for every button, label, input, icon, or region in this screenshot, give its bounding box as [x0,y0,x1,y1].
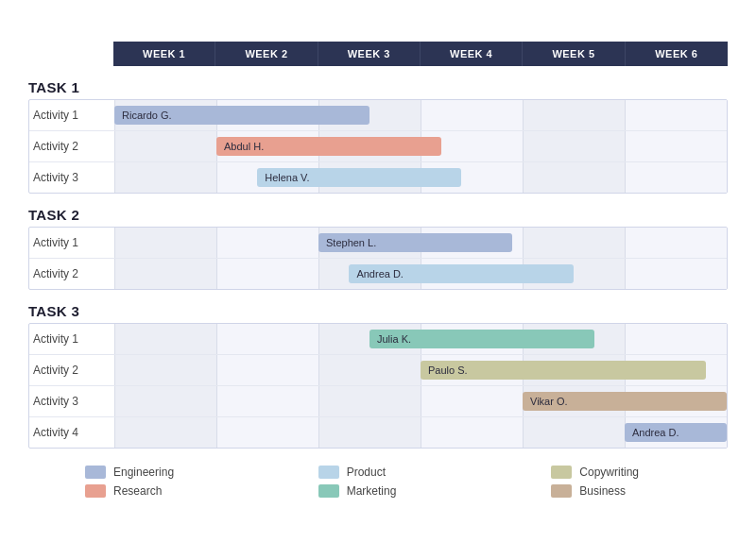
week-bg-cell [421,259,523,289]
week-bg-cell [216,355,318,385]
week-header-2: WEEK 2 [215,42,318,66]
activity-row: Activity 3Vikar O. [29,386,727,417]
legend-item: Product [318,466,495,479]
legend-col-2: ProductMarketing [262,466,495,498]
activity-row: Activity 2Andrea D. [29,259,727,289]
activity-name: Activity 1 [29,105,114,126]
legend-swatch [551,484,572,498]
legend-area: EngineeringResearchProductMarketingCopyw… [28,466,728,498]
week-bg-cell [216,324,318,354]
activity-row: Activity 3Helena V. [29,162,727,193]
week-bg-cell [114,355,216,385]
page-header [28,19,728,25]
week-bg-cell [114,100,216,130]
week-bg-cell [523,228,625,258]
week-bg-cell [421,162,523,193]
activity-cells: Paulo S. [114,355,727,385]
week-bg-cell [421,100,523,130]
legend-col-3: CopywritingBusiness [494,466,728,498]
task-section-2: TASK 2Activity 1Stephen L.Activity 2Andr… [28,201,728,290]
task-label-3: TASK 3 [28,297,728,323]
week-bg-cell [625,100,727,130]
week-bg-cell [216,162,318,193]
week-bg-cell [114,324,216,354]
task-section-3: TASK 3Activity 1Julia K.Activity 2Paulo … [28,297,728,449]
week-bg-cell [114,259,216,289]
week-bg-cell [625,386,727,416]
activity-name: Activity 2 [29,263,114,284]
week-bg-cell [114,228,216,258]
week-bg-cell [523,324,625,354]
legend-item: Business [551,484,728,498]
legend-item: Copywriting [551,466,728,479]
activity-cells: Julia K. [114,324,727,354]
legend-col-1: EngineeringResearch [28,466,262,498]
week-bg-cell [421,355,523,385]
task-grid-1: Activity 1Ricardo G.Activity 2Abdul H.Ac… [28,99,728,194]
week-bg-cell [625,417,727,448]
week-bg-cell [318,324,421,354]
legend-item: Engineering [85,466,262,479]
week-header-4: WEEK 4 [421,42,523,66]
legend-swatch [85,484,106,498]
activity-name: Activity 2 [29,136,114,157]
legend-label: Marketing [347,484,397,498]
legend-item: Research [85,484,262,498]
activity-name: Activity 1 [29,329,114,349]
week-bg-cell [318,131,421,161]
week-bg-cell [421,386,523,416]
activity-row: Activity 2Paulo S. [29,355,727,386]
week-bg-cell [216,386,318,416]
week-header-1: WEEK 1 [113,42,215,66]
week-bg-cell [318,100,421,130]
week-header-6: WEEK 6 [626,42,728,66]
week-bg-cell [625,162,727,193]
activity-row: Activity 1Ricardo G. [29,100,727,131]
legend-label: Copywriting [579,466,639,479]
legend-swatch [551,466,572,479]
task-label-1: TASK 1 [28,74,728,99]
activity-name: Activity 3 [29,391,114,412]
activity-cells: Abdul H. [114,131,727,161]
week-bg-cell [421,417,523,448]
week-bg-cell [421,131,523,161]
week-bg-cell [318,386,421,416]
activity-cells: Helena V. [114,162,727,193]
week-bg-cell [523,259,625,289]
activity-cells: Ricardo G. [114,100,727,130]
week-bg-cell [318,355,421,385]
task-grid-3: Activity 1Julia K.Activity 2Paulo S.Acti… [28,323,728,449]
week-bg-cell [523,417,625,448]
week-bg-cell [625,355,727,385]
week-bg-cell [114,131,216,161]
activity-name: Activity 3 [29,167,114,188]
week-bg-cell [523,386,625,416]
week-bg-cell [216,228,318,258]
activity-row: Activity 2Abdul H. [29,131,727,162]
activity-cells: Stephen L. [114,228,727,258]
week-bg-cell [318,162,421,193]
task-label-2: TASK 2 [28,201,728,227]
task-section-1: TASK 1Activity 1Ricardo G.Activity 2Abdu… [28,74,728,194]
week-header-5: WEEK 5 [523,42,625,66]
activity-name: Activity 1 [29,232,114,253]
legend-swatch [318,466,339,479]
week-bg-cell [114,162,216,193]
week-bg-cell [114,417,216,448]
week-header-3: WEEK 3 [318,42,421,66]
week-bg-cell [523,100,625,130]
legend-swatch [318,484,339,498]
legend-label: Engineering [113,466,174,479]
week-header-row: WEEK 1 WEEK 2 WEEK 3 WEEK 4 WEEK 5 WEEK … [28,42,728,66]
week-bg-cell [523,355,625,385]
week-bg-cell [421,324,523,354]
week-bg-cell [318,259,421,289]
activity-cells: Vikar O. [114,386,727,416]
week-bg-cell [625,131,727,161]
week-bg-cell [421,228,523,258]
activity-name: Activity 4 [29,422,114,443]
legend-label: Product [347,466,386,479]
gantt-body: TASK 1Activity 1Ricardo G.Activity 2Abdu… [28,74,728,449]
week-bg-cell [625,259,727,289]
week-bg-cell [216,131,318,161]
